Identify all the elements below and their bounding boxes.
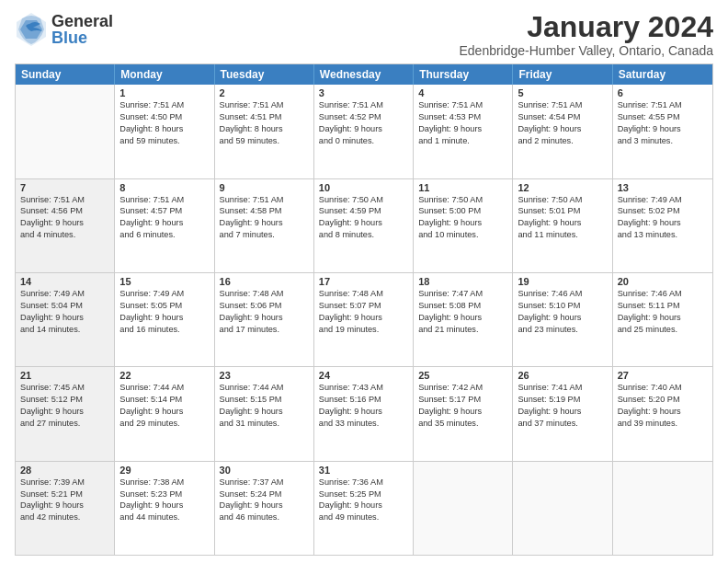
calendar-row-2: 7Sunrise: 7:51 AMSunset: 4:56 PMDaylight… (16, 178, 712, 272)
calendar-cell-empty (414, 462, 513, 555)
calendar-cell-day-19: 19Sunrise: 7:46 AMSunset: 5:10 PMDayligh… (513, 273, 612, 366)
cell-line: Sunrise: 7:51 AM (618, 99, 708, 111)
calendar-cell-day-9: 9Sunrise: 7:51 AMSunset: 4:58 PMDaylight… (215, 179, 314, 272)
cell-line: and 33 minutes. (319, 418, 408, 430)
cell-line: Sunset: 5:14 PM (119, 394, 209, 406)
cell-line: Daylight: 9 hours (319, 123, 408, 135)
calendar-cell-day-6: 6Sunrise: 7:51 AMSunset: 4:55 PMDaylight… (613, 85, 712, 178)
calendar-cell-day-1: 1Sunrise: 7:51 AMSunset: 4:50 PMDaylight… (115, 85, 214, 178)
cell-line: and 17 minutes. (220, 324, 309, 336)
day-number: 28 (20, 465, 109, 476)
calendar-cell-day-30: 30Sunrise: 7:37 AMSunset: 5:24 PMDayligh… (215, 462, 314, 555)
cell-line: and 2 minutes. (518, 135, 607, 147)
cell-line: Sunset: 5:00 PM (418, 205, 507, 217)
weekday-header-saturday: Saturday (613, 64, 712, 85)
calendar-body: 1Sunrise: 7:51 AMSunset: 4:50 PMDaylight… (16, 85, 712, 555)
cell-line: Daylight: 9 hours (119, 312, 209, 324)
cell-line: Sunset: 5:20 PM (618, 394, 708, 406)
cell-line: and 10 minutes. (418, 229, 507, 241)
cell-line: and 25 minutes. (618, 324, 708, 336)
cell-line: Sunset: 4:57 PM (119, 205, 209, 217)
cell-line: Sunrise: 7:37 AM (220, 477, 309, 488)
cell-line: and 8 minutes. (319, 229, 408, 241)
cell-line: and 46 minutes. (220, 511, 309, 523)
day-number: 21 (20, 370, 109, 381)
cell-line: and 37 minutes. (518, 418, 607, 430)
calendar-cell-day-11: 11Sunrise: 7:50 AMSunset: 5:00 PMDayligh… (414, 179, 513, 272)
cell-line: Daylight: 9 hours (319, 217, 408, 229)
cell-line: and 0 minutes. (319, 135, 408, 147)
cell-line: Daylight: 9 hours (220, 406, 309, 418)
cell-line: and 21 minutes. (418, 324, 507, 336)
calendar-row-1: 1Sunrise: 7:51 AMSunset: 4:50 PMDaylight… (16, 85, 712, 178)
logo-general-text: General (51, 13, 113, 29)
cell-line: Daylight: 9 hours (319, 500, 408, 511)
day-number: 1 (119, 87, 209, 98)
cell-line: Daylight: 9 hours (20, 500, 109, 511)
calendar-row-5: 28Sunrise: 7:39 AMSunset: 5:21 PMDayligh… (16, 461, 712, 555)
calendar-cell-day-31: 31Sunrise: 7:36 AMSunset: 5:25 PMDayligh… (314, 462, 414, 555)
calendar-cell-day-13: 13Sunrise: 7:49 AMSunset: 5:02 PMDayligh… (613, 179, 712, 272)
cell-line: Sunset: 4:50 PM (119, 111, 209, 123)
cell-line: Sunset: 5:11 PM (618, 300, 708, 312)
calendar-cell-day-7: 7Sunrise: 7:51 AMSunset: 4:56 PMDaylight… (16, 179, 115, 272)
cell-line: and 11 minutes. (518, 229, 607, 241)
cell-line: Sunset: 4:56 PM (20, 205, 109, 217)
month-year-title: January 2024 (459, 11, 713, 43)
cell-line: Sunset: 5:07 PM (319, 300, 408, 312)
cell-line: and 42 minutes. (20, 511, 109, 523)
cell-line: Sunrise: 7:42 AM (418, 382, 507, 394)
cell-line: Sunset: 5:04 PM (20, 300, 109, 312)
cell-line: and 49 minutes. (319, 511, 408, 523)
day-number: 9 (220, 182, 309, 193)
cell-line: Daylight: 9 hours (518, 406, 607, 418)
cell-line: Sunrise: 7:41 AM (518, 382, 607, 394)
cell-line: Daylight: 9 hours (518, 312, 607, 324)
cell-line: Daylight: 9 hours (319, 406, 408, 418)
cell-line: Daylight: 9 hours (418, 217, 507, 229)
weekday-header-friday: Friday (513, 64, 612, 85)
weekday-header-monday: Monday (115, 64, 214, 85)
calendar-cell-day-15: 15Sunrise: 7:49 AMSunset: 5:05 PMDayligh… (115, 273, 214, 366)
cell-line: Sunrise: 7:44 AM (220, 382, 309, 394)
calendar-cell-day-21: 21Sunrise: 7:45 AMSunset: 5:12 PMDayligh… (16, 367, 115, 460)
day-number: 10 (319, 182, 408, 193)
cell-line: and 6 minutes. (119, 229, 209, 241)
cell-line: Sunrise: 7:51 AM (220, 194, 309, 206)
cell-line: Sunrise: 7:47 AM (418, 288, 507, 300)
cell-line: Sunrise: 7:43 AM (319, 382, 408, 394)
calendar-cell-day-25: 25Sunrise: 7:42 AMSunset: 5:17 PMDayligh… (414, 367, 513, 460)
day-number: 23 (220, 370, 309, 381)
calendar-cell-day-20: 20Sunrise: 7:46 AMSunset: 5:11 PMDayligh… (613, 273, 712, 366)
day-number: 2 (220, 87, 309, 98)
calendar-cell-day-4: 4Sunrise: 7:51 AMSunset: 4:53 PMDaylight… (414, 85, 513, 178)
day-number: 3 (319, 87, 408, 98)
cell-line: Sunrise: 7:50 AM (319, 194, 408, 206)
weekday-header-sunday: Sunday (16, 64, 115, 85)
cell-line: and 44 minutes. (119, 511, 209, 523)
cell-line: and 39 minutes. (618, 418, 708, 430)
calendar-cell-empty (16, 85, 115, 178)
cell-line: Daylight: 9 hours (119, 406, 209, 418)
cell-line: Sunset: 5:06 PM (220, 300, 309, 312)
day-number: 24 (319, 370, 408, 381)
calendar-cell-empty (613, 462, 712, 555)
day-number: 13 (618, 182, 708, 193)
logo: General Blue (15, 11, 113, 48)
calendar-cell-day-17: 17Sunrise: 7:48 AMSunset: 5:07 PMDayligh… (314, 273, 414, 366)
page: General Blue January 2024 Edenbridge-Hum… (0, 0, 728, 563)
title-block: January 2024 Edenbridge-Humber Valley, O… (459, 11, 713, 58)
cell-line: Sunrise: 7:39 AM (20, 477, 109, 488)
cell-line: Sunset: 5:15 PM (220, 394, 309, 406)
day-number: 25 (418, 370, 507, 381)
cell-line: Sunset: 4:58 PM (220, 205, 309, 217)
cell-line: and 35 minutes. (418, 418, 507, 430)
cell-line: and 31 minutes. (220, 418, 309, 430)
cell-line: Sunrise: 7:51 AM (119, 99, 209, 111)
cell-line: Daylight: 9 hours (618, 123, 708, 135)
cell-line: Sunrise: 7:48 AM (319, 288, 408, 300)
location-subtitle: Edenbridge-Humber Valley, Ontario, Canad… (459, 43, 713, 58)
cell-line: Sunset: 5:24 PM (220, 488, 309, 500)
cell-line: Sunrise: 7:46 AM (518, 288, 607, 300)
day-number: 29 (119, 465, 209, 476)
